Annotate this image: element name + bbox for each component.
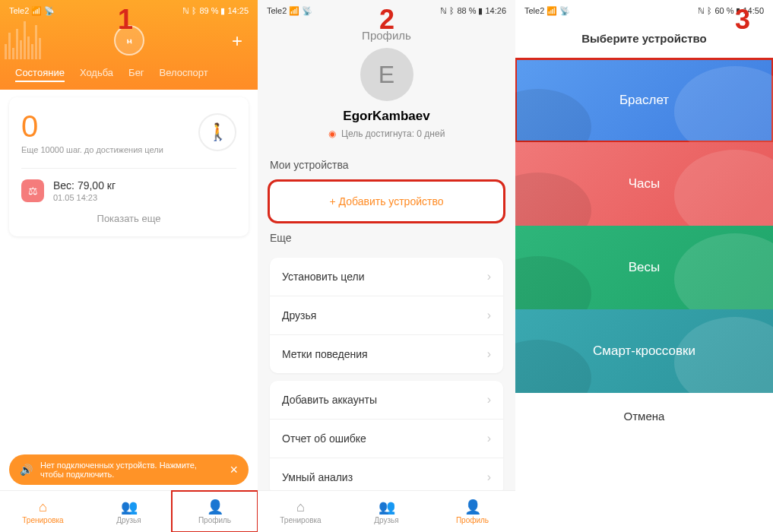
add-icon[interactable]: + (232, 30, 242, 52)
chevron-right-icon: › (487, 470, 491, 484)
snackbar[interactable]: 🔊 Нет подключенных устройств. Нажмите, ч… (9, 454, 249, 485)
device-scale[interactable]: Весы (515, 226, 773, 309)
carrier-label: Tele2 (524, 6, 544, 15)
nav-label: Друзья (116, 516, 141, 524)
nav-label: Тренировка (280, 516, 321, 524)
plus-icon: + (330, 195, 339, 207)
menu-list-2: Добавить аккаунты› Отчет об ошибке› Умны… (270, 381, 503, 496)
speaker-icon: 🔊 (20, 464, 33, 476)
nav-workout[interactable]: ⌂ Тренировка (258, 491, 344, 532)
steps-count: 0 (21, 109, 163, 144)
nav-friends[interactable]: 👥 Друзья (344, 491, 429, 532)
steps-subtitle: Еще 10000 шаг. до достижения цели (21, 145, 163, 154)
menu-list-1: Установить цели› Друзья› Метки поведения… (270, 258, 503, 373)
weight-row[interactable]: ⚖ Вес: 79,00 кг 01.05 14:23 (21, 168, 236, 202)
goal-line: ◉ Цель достигнута: 0 дней (258, 128, 515, 139)
battery-icon: ▮ (478, 6, 483, 16)
friends-icon: 👥 (379, 499, 395, 515)
bottom-nav: ⌂ Тренировка 👥 Друзья 👤 Профиль (0, 490, 258, 532)
nav-friends[interactable]: 👥 Друзья (86, 491, 172, 532)
profile-icon: 👤 (464, 499, 481, 515)
tab-status[interactable]: Состояние (15, 67, 65, 82)
signal-icon: 📶 (546, 6, 557, 16)
step-number-3: 3 (735, 4, 750, 36)
menu-label: Умный анализ (282, 471, 353, 483)
menu-label: Отчет об ошибке (282, 432, 366, 445)
battery-label: 89 % (199, 6, 218, 15)
chevron-right-icon: › (487, 309, 491, 322)
snackbar-text: Нет подключенных устройств. Нажмите, что… (40, 461, 222, 479)
nav-workout[interactable]: ⌂ Тренировка (0, 491, 86, 532)
menu-set-goals[interactable]: Установить цели› (270, 258, 503, 296)
bluetooth-icon: ᛒ (707, 6, 712, 15)
menu-label: Установить цели (282, 271, 365, 283)
goal-text: Цель достигнута: 0 дней (341, 128, 445, 139)
nav-label: Друзья (374, 516, 398, 524)
time-label: 14:26 (485, 6, 506, 15)
home-icon: ⌂ (39, 499, 47, 515)
nav-profile[interactable]: 👤 Профиль (172, 491, 258, 532)
device-watch[interactable]: Часы (515, 142, 773, 226)
walk-icon: 🚶 (198, 113, 236, 151)
close-icon[interactable]: × (230, 462, 238, 478)
time-label: 14:25 (227, 6, 249, 15)
nfc-icon: ℕ (182, 6, 189, 16)
carrier-label: Tele2 (9, 6, 29, 15)
section-more: Еще (258, 226, 515, 250)
menu-bug-report[interactable]: Отчет об ошибке› (270, 420, 503, 458)
step-number-1: 1 (118, 4, 133, 36)
friends-icon: 👥 (121, 499, 138, 515)
phone-screen-3: 3 Tele2 📶 📡 ℕ ᛒ 60 % ▮ 14:50 Выберите ус… (515, 0, 773, 532)
tabs-row: Состояние Ходьба Бег Велоспорт (0, 67, 258, 82)
chevron-right-icon: › (487, 393, 491, 407)
bottom-nav: ⌂ Тренировка 👥 Друзья 👤 Профиль (258, 490, 515, 532)
weight-label: Вес: 79,00 кг (53, 179, 116, 192)
username: EgorKambaev (258, 109, 515, 124)
carrier-label: Tele2 (267, 6, 287, 15)
nav-label: Профиль (198, 516, 231, 524)
wifi-icon: 📡 (44, 6, 55, 16)
menu-label: Добавить аккаунты (282, 394, 377, 406)
home-icon: ⌂ (296, 499, 305, 515)
tab-running[interactable]: Бег (128, 67, 144, 82)
menu-behavior[interactable]: Метки поведения› (270, 335, 503, 373)
step-number-2: 2 (379, 4, 394, 36)
section-my-devices: Мои устройства (258, 153, 515, 177)
chevron-right-icon: › (487, 270, 491, 283)
scale-icon: ⚖ (21, 179, 44, 202)
menu-label: Метки поведения (282, 348, 368, 360)
tab-walking[interactable]: Ходьба (80, 67, 113, 82)
tab-cycling[interactable]: Велоспорт (160, 67, 208, 82)
signal-icon: 📶 (289, 6, 299, 16)
nfc-icon: ℕ (440, 6, 447, 16)
battery-label: 60 % (714, 6, 733, 15)
signal-icon: 📶 (31, 6, 42, 16)
cancel-button[interactable]: Отмена (515, 393, 773, 439)
device-label: Браслет (619, 93, 669, 108)
device-label: Часы (629, 176, 661, 192)
bluetooth-icon: ᛒ (192, 6, 197, 15)
chevron-right-icon: › (487, 432, 491, 445)
wifi-icon: 📡 (559, 6, 570, 16)
target-icon: ◉ (328, 128, 336, 139)
weight-date: 01.05 14:23 (53, 193, 116, 202)
battery-label: 88 % (457, 6, 476, 15)
avatar[interactable]: E (360, 48, 413, 101)
menu-label: Друзья (282, 309, 316, 321)
device-shoes[interactable]: Смарт-кроссовки (515, 309, 773, 393)
menu-add-accounts[interactable]: Добавить аккаунты› (270, 381, 503, 420)
wifi-icon: 📡 (302, 6, 312, 16)
device-label: Весы (629, 260, 661, 275)
profile-icon: 👤 (207, 499, 223, 515)
menu-friends[interactable]: Друзья› (270, 296, 503, 335)
battery-icon: ▮ (220, 6, 225, 16)
show-more-button[interactable]: Показать еще (21, 213, 236, 224)
steps-card[interactable]: 0 Еще 10000 шаг. до достижения цели 🚶 ⚖ … (9, 97, 249, 236)
nfc-icon: ℕ (698, 6, 705, 16)
add-device-button[interactable]: + Добавить устройство (270, 182, 503, 221)
nav-label: Профиль (456, 516, 489, 524)
phone-screen-1: 1 Tele2 📶 📡 ℕ ᛒ 89 % ▮ 14:25 + ⲙ Состоян… (0, 0, 258, 532)
nav-label: Тренировка (22, 516, 63, 524)
nav-profile[interactable]: 👤 Профиль (429, 491, 515, 532)
device-bracelet[interactable]: Браслет (515, 59, 773, 142)
